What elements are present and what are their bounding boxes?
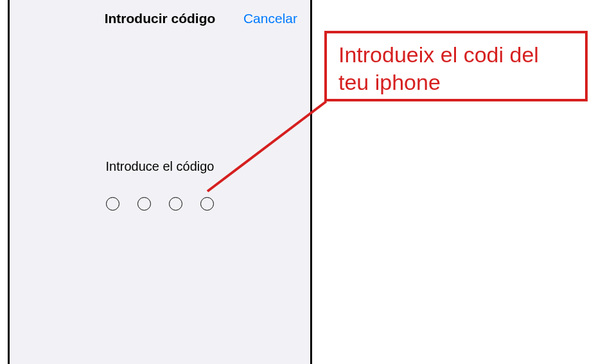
passcode-dot	[169, 197, 182, 211]
annotation-text: Introdueix el codi del teu iphone	[338, 42, 539, 94]
passcode-dots[interactable]	[10, 197, 310, 211]
phone-frame: Introducir código Cancelar Introduce el …	[8, 0, 312, 364]
sheet-header: Introducir código Cancelar	[10, 0, 310, 37]
sheet-title: Introducir código	[105, 11, 216, 26]
passcode-dot	[200, 197, 214, 211]
cancel-button[interactable]: Cancelar	[243, 11, 297, 26]
passcode-dot	[137, 197, 151, 211]
passcode-prompt: Introduce el código	[10, 159, 310, 174]
passcode-area: Introduce el código	[10, 159, 310, 211]
passcode-dot	[106, 197, 119, 211]
annotation-callout: Introdueix el codi del teu iphone	[324, 31, 588, 101]
modal-sheet: Introducir código Cancelar Introduce el …	[10, 0, 310, 364]
